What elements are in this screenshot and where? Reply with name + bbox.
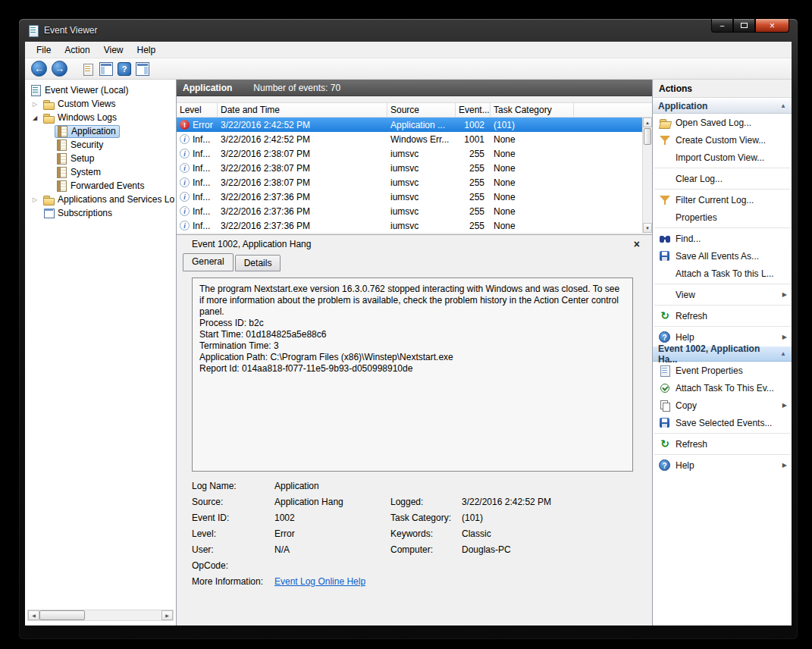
tab-details[interactable]: Details <box>235 255 281 271</box>
action-find[interactable]: Find... <box>653 230 792 247</box>
column-header-date-and-time[interactable]: Date and Time <box>218 103 387 117</box>
tree-item-forwarded-events[interactable]: Forwarded Events <box>25 179 176 193</box>
action-clear-log[interactable]: Clear Log... <box>653 170 792 187</box>
maximize-button[interactable] <box>733 19 755 33</box>
cell-task-category: (101) <box>491 120 574 130</box>
cell-event-id: 255 <box>456 206 491 217</box>
level-text: Inf... <box>193 206 210 217</box>
action-properties[interactable]: Properties <box>653 208 792 226</box>
action-import-custom-view[interactable]: Import Custom View... <box>653 149 792 166</box>
divider <box>654 168 790 168</box>
event-row[interactable]: iInf... 3/22/2016 2:38:07 PM iumsvc 255 … <box>177 146 642 161</box>
event-row-selected[interactable]: !Error 3/22/2016 2:42:52 PM Application … <box>177 118 642 132</box>
titlebar[interactable]: Event Viewer − × <box>19 19 798 42</box>
back-button[interactable]: ← <box>31 61 47 77</box>
cell-source: iumsvc <box>387 163 456 174</box>
event-log-online-help-link[interactable]: Event Log Online Help <box>274 576 390 587</box>
action-label: View <box>676 290 695 300</box>
action-label: Properties <box>676 212 717 223</box>
collapse-chevron-icon: ▲ <box>780 102 786 109</box>
action-save-all-events-as[interactable]: Save All Events As... <box>653 247 792 265</box>
event-row[interactable]: iInf... 3/22/2016 2:42:52 PM Windows Err… <box>177 132 642 146</box>
tree-item-windows-logs[interactable]: ◢ Windows Logs <box>25 111 176 124</box>
tree-item-label: Setup <box>71 153 94 164</box>
console-tree-toggle-button[interactable] <box>99 62 113 76</box>
action-label: Event Properties <box>676 365 743 376</box>
action-label: Create Custom View... <box>676 135 766 146</box>
close-button[interactable]: × <box>755 19 789 33</box>
tree-item-setup[interactable]: Setup <box>25 152 176 165</box>
column-header-source[interactable]: Source <box>387 103 456 117</box>
event-row[interactable]: iInf... 3/22/2016 2:37:36 PM iumsvc 255 … <box>177 190 642 204</box>
field-value: Application <box>274 481 390 491</box>
field-value: N/A <box>274 544 390 555</box>
field-label: Task Category: <box>390 513 462 523</box>
tree-item-security[interactable]: Security <box>25 138 176 152</box>
forward-button[interactable]: → <box>52 61 67 77</box>
tree-item-system[interactable]: System <box>25 165 176 179</box>
cell-level: iInf... <box>177 177 218 188</box>
scroll-right-button[interactable]: ▶ <box>161 610 173 620</box>
expand-collapsed-icon[interactable]: ▷ <box>33 196 42 203</box>
menu-action[interactable]: Action <box>58 42 96 58</box>
expand-expanded-icon[interactable]: ◢ <box>33 114 42 121</box>
column-header-event-id[interactable]: Event... <box>456 103 491 117</box>
tree-item-application[interactable]: Application <box>25 124 176 138</box>
information-level-icon: i <box>180 206 190 216</box>
event-row[interactable]: iInf... 3/22/2016 2:38:07 PM iumsvc 255 … <box>177 161 642 175</box>
event-row[interactable]: iInf... 3/22/2016 2:37:36 PM iumsvc 255 … <box>177 218 642 233</box>
menu-help[interactable]: Help <box>130 42 163 58</box>
tree-item-subscriptions[interactable]: Subscriptions <box>25 206 176 220</box>
scroll-up-button[interactable]: ▲ <box>643 118 652 127</box>
actions-section-application[interactable]: Application ▲ <box>653 98 792 114</box>
tree-item-event-viewer-local[interactable]: Event Viewer (Local) <box>25 83 176 97</box>
tree-horizontal-scrollbar[interactable]: ◀ ▶ <box>27 610 174 621</box>
action-help-event[interactable]: ? Help ▶ <box>653 456 792 474</box>
cell-level: iInf... <box>177 134 218 145</box>
tree-item-custom-views[interactable]: ▷ Custom Views <box>25 97 176 111</box>
help-icon: ? <box>659 331 670 343</box>
section-title: Event 1002, Application Ha... <box>658 343 780 365</box>
action-filter-current-log[interactable]: Filter Current Log... <box>653 191 792 208</box>
cell-source: Application ... <box>387 120 456 130</box>
action-open-saved-log[interactable]: Open Saved Log... <box>653 114 792 131</box>
scrollbar-thumb[interactable] <box>644 128 651 145</box>
event-row[interactable]: iInf... 3/22/2016 2:38:07 PM iumsvc 255 … <box>177 175 642 190</box>
action-pane-toggle-button[interactable] <box>136 62 149 76</box>
cell-source: iumsvc <box>387 206 456 217</box>
action-copy[interactable]: Copy ▶ <box>653 397 792 414</box>
column-header-task-category[interactable]: Task Category <box>491 103 574 117</box>
event-description[interactable]: The program Nextstart.exe version 16.3.0… <box>192 277 633 472</box>
divider <box>654 227 790 228</box>
scroll-down-button[interactable]: ▼ <box>643 223 652 233</box>
action-refresh[interactable]: ↻ Refresh <box>653 307 792 324</box>
menu-file[interactable]: File <box>30 42 58 58</box>
action-save-selected-events[interactable]: Save Selected Events... <box>653 414 792 431</box>
close-preview-button[interactable]: × <box>634 239 640 249</box>
actions-section-event[interactable]: Event 1002, Application Ha... ▲ <box>653 346 792 362</box>
action-create-custom-view[interactable]: Create Custom View... <box>653 131 792 149</box>
cell-level: iInf... <box>177 163 218 174</box>
help-button[interactable]: ? <box>118 62 131 76</box>
tree-item-label: Application <box>71 126 116 136</box>
action-refresh-event[interactable]: ↻ Refresh <box>653 435 792 453</box>
events-vertical-scrollbar[interactable]: ▲ ▼ <box>642 118 652 233</box>
export-list-button[interactable] <box>81 62 95 76</box>
action-view[interactable]: View ▶ <box>653 286 792 303</box>
action-label: Help <box>676 332 694 343</box>
action-label: Filter Current Log... <box>676 195 754 205</box>
column-header-level[interactable]: Level <box>177 103 218 117</box>
tree-item-applications-and-services-logs[interactable]: ▷ Applications and Services Lo <box>25 193 176 206</box>
minimize-button[interactable]: − <box>711 19 733 33</box>
scrollbar-thumb[interactable] <box>39 610 85 620</box>
action-label: Import Custom View... <box>676 152 764 163</box>
event-row[interactable]: iInf... 3/22/2016 2:37:36 PM iumsvc 255 … <box>177 204 642 218</box>
action-attach-task-to-log[interactable]: Attach a Task To this L... <box>653 265 792 282</box>
scroll-left-button[interactable]: ◀ <box>28 610 39 620</box>
event-viewer-window: Event Viewer − × File Action View Help ←… <box>18 18 798 640</box>
menu-view[interactable]: View <box>97 42 130 58</box>
tab-general[interactable]: General <box>183 253 234 271</box>
action-attach-task-to-event[interactable]: Attach Task To This Ev... <box>653 379 792 397</box>
expand-collapsed-icon[interactable]: ▷ <box>33 101 42 108</box>
information-level-icon: i <box>180 192 190 202</box>
